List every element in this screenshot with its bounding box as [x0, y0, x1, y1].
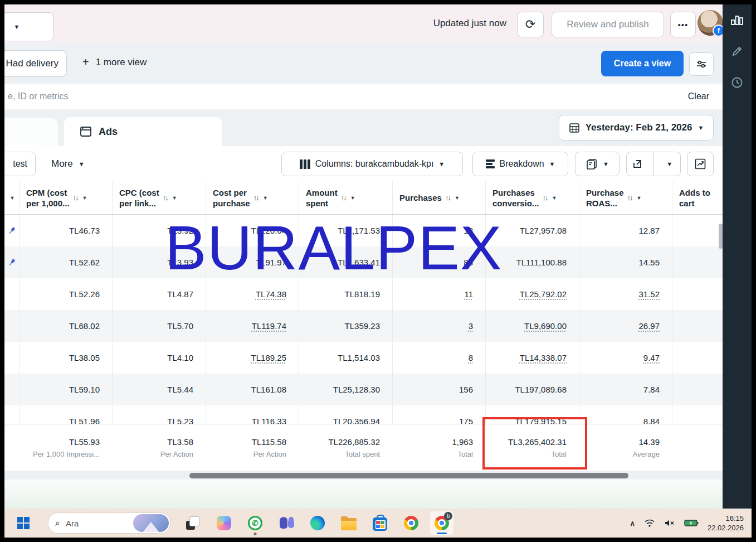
review-and-publish-button[interactable]: Review and publish	[552, 12, 664, 37]
chrome-active-button[interactable]: b	[430, 511, 453, 535]
export-button[interactable]	[627, 152, 648, 176]
export-icon	[632, 158, 643, 170]
chevron-down-icon[interactable]: ▼	[263, 195, 268, 201]
level-tabs-row: Ads Yesterday: Feb 21, 2026 ▼	[4, 109, 725, 146]
tab-ads[interactable]: Ads	[64, 117, 222, 146]
pin-icon[interactable]	[7, 258, 16, 267]
breakdown-dropdown[interactable]: Breakdown ▼	[472, 152, 568, 176]
taskbar-clock[interactable]: 16:15 22.02.2026	[708, 514, 744, 533]
create-a-view-button[interactable]: Create a view	[601, 51, 684, 76]
sort-icon[interactable]: ↑↓	[163, 193, 168, 202]
sort-icon[interactable]: ↑↓	[253, 193, 258, 202]
sort-icon[interactable]: ↑↓	[73, 193, 78, 202]
export-split-button[interactable]: ▼	[626, 152, 681, 176]
sort-icon[interactable]: ↑↓	[341, 193, 346, 202]
table-row[interactable]: TL38.05 TL4.10 TL189.25 TL1,514.03 8 TL1…	[4, 342, 725, 374]
horizontal-scrollbar[interactable]	[189, 473, 628, 478]
chevron-down-icon[interactable]: ▼	[552, 195, 557, 201]
whatsapp-icon: ✆	[248, 516, 262, 530]
task-view-button[interactable]	[185, 515, 201, 531]
battery-icon[interactable]	[684, 519, 699, 527]
clear-filters-button[interactable]: Clear	[688, 91, 709, 101]
history-rail-button[interactable]	[729, 75, 745, 90]
ellipsis-icon: •••	[678, 20, 689, 30]
views-bar: Had delivery + 1 more view Create a view	[4, 43, 725, 84]
col-header-cost-per-purchase[interactable]: Cost perpurchase ↑↓ ▼	[206, 181, 299, 214]
chevron-down-icon: ▼	[438, 161, 445, 167]
right-rail	[723, 4, 752, 509]
add-view-button[interactable]: + 1 more view	[82, 56, 147, 69]
chevron-down-icon: ▼	[10, 195, 15, 201]
sliders-icon	[696, 59, 707, 70]
microsoft-store-button[interactable]	[372, 515, 388, 531]
chrome-icon	[404, 516, 418, 530]
col-header-purchases-conversion-value[interactable]: Purchasesconversio... ↑↓ ▼	[486, 181, 579, 214]
table-toolbar: test More ▼ Columns: burakcambudak-kpı ▼…	[4, 146, 725, 181]
col-header-cpc[interactable]: CPC (costper link... ↑↓ ▼	[113, 181, 206, 214]
chevron-down-icon[interactable]: ▼	[82, 195, 87, 201]
columns-icon	[300, 159, 310, 169]
col-header-purchase-roas[interactable]: PurchaseROAS... ↑↓ ▼	[579, 181, 672, 214]
time: 16:15	[708, 514, 744, 523]
sort-icon[interactable]: ↑↓	[627, 193, 632, 202]
chevron-down-icon[interactable]: ▼	[172, 195, 177, 201]
table-row[interactable]: TL51.96 TL5.23 TL116.33 TL20,356.94 175 …	[4, 405, 725, 424]
chevron-down-icon[interactable]: ▼	[455, 195, 460, 201]
tab-adsets-partial[interactable]	[4, 118, 58, 146]
vertical-scrollbar[interactable]	[719, 224, 723, 249]
file-explorer-button[interactable]	[341, 515, 357, 531]
account-dropdown[interactable]: ▼	[4, 12, 53, 41]
file-explorer-icon	[341, 518, 357, 530]
search-input[interactable]: e, ID or metrics	[8, 91, 688, 101]
weather-widget[interactable]	[133, 514, 169, 532]
teams-icon	[279, 516, 294, 530]
teams-button[interactable]	[279, 515, 294, 531]
chevron-down-icon[interactable]: ▼	[350, 195, 355, 201]
edge-button[interactable]	[310, 515, 325, 531]
taskbar-search[interactable]: ⌕ Ara	[48, 512, 170, 534]
col-header-purchases[interactable]: Purchases ↑↓ ▼	[393, 181, 486, 214]
reports-dropdown[interactable]: ▼	[575, 152, 620, 176]
copilot-button[interactable]	[216, 515, 232, 531]
refresh-button[interactable]: ⟳	[517, 12, 544, 37]
charts-button[interactable]	[687, 152, 714, 176]
col-header-select[interactable]: ▼	[4, 181, 19, 214]
col-header-cpm[interactable]: CPM (costper 1,000... ↑↓ ▼	[19, 181, 113, 214]
calendar-icon	[569, 122, 580, 133]
table-footer-area	[4, 480, 725, 509]
columns-dropdown[interactable]: Columns: burakcambudak-kpı ▼	[281, 152, 463, 176]
windows-taskbar: ⌕ Ara ✆ b ∧ 16:15 22.02.2026	[4, 509, 752, 538]
avatar[interactable]: f	[698, 10, 723, 36]
whatsapp-button[interactable]: ✆	[247, 515, 263, 531]
chevron-down-icon: ▼	[549, 161, 555, 167]
sort-icon[interactable]: ↑↓	[542, 193, 547, 202]
start-button[interactable]	[12, 512, 35, 534]
col-header-adds-to-cart[interactable]: Adds tocart	[672, 181, 725, 214]
sort-icon[interactable]: ↑↓	[445, 193, 450, 202]
view-tab-had-delivery[interactable]: Had delivery	[4, 50, 67, 77]
view-settings-button[interactable]	[689, 52, 714, 76]
charts-rail-button[interactable]	[729, 12, 745, 28]
bar-chart-icon	[730, 14, 744, 26]
wifi-icon[interactable]	[644, 519, 655, 528]
chrome-button[interactable]	[403, 515, 419, 531]
edge-icon	[310, 516, 325, 530]
date-range-selector[interactable]: Yesterday: Feb 21, 2026 ▼	[559, 115, 714, 141]
test-button[interactable]: test	[4, 152, 36, 176]
volume-muted-icon[interactable]	[664, 519, 675, 528]
ads-tab-icon	[80, 125, 92, 138]
pin-icon[interactable]	[7, 226, 16, 235]
col-header-amount-spent[interactable]: Amountspent ↑↓ ▼	[299, 181, 393, 214]
breakdown-icon	[486, 159, 495, 168]
more-dropdown[interactable]: More ▼	[51, 153, 85, 175]
search-filter-bar[interactable]: e, ID or metrics Clear	[4, 84, 725, 109]
tray-chevron-icon[interactable]: ∧	[630, 519, 635, 528]
pencil-icon	[731, 45, 743, 57]
edit-rail-button[interactable]	[729, 43, 745, 59]
more-options-button[interactable]: •••	[670, 12, 696, 37]
table-row[interactable]: TL68.02 TL5.70 TL119.74 TL359.23 3 TL9,6…	[4, 310, 725, 342]
table-row[interactable]: TL59.10 TL5.44 TL161.08 TL25,128.30 156 …	[4, 374, 725, 405]
chevron-down-icon[interactable]: ▼	[659, 152, 681, 176]
chevron-down-icon[interactable]: ▼	[637, 195, 642, 201]
plus-icon: +	[82, 56, 89, 69]
